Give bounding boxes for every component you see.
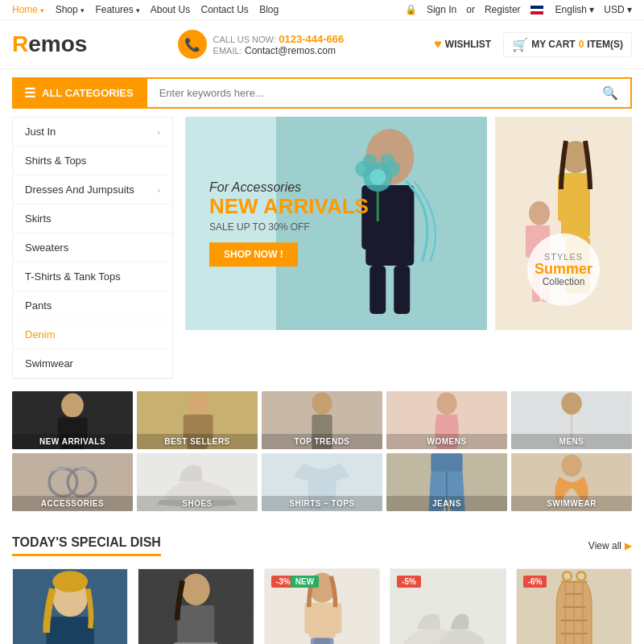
cart-icon: 🛒 [512, 37, 528, 52]
thumb-row-1: NEW ARRIVALS BEST SELLERS TOP TRENDS [12, 391, 632, 449]
sidebar-label: Skirts [25, 213, 52, 225]
banner-area: For Accessories NEW ARRIVALS SALE UP TO … [185, 117, 632, 330]
chevron-right-icon: › [157, 185, 160, 195]
nav-home[interactable]: Home ▾ [12, 4, 44, 15]
svg-point-35 [187, 392, 207, 415]
sidebar-item-dresses[interactable]: Dresses And Jumpsuits › [13, 175, 172, 204]
search-button[interactable]: 🔍 [590, 79, 630, 107]
thumb-label: TOP TRENDS [262, 434, 382, 449]
wishlist-label: WISHLIST [445, 39, 491, 50]
main-banner[interactable]: For Accessories NEW ARRIVALS SALE UP TO … [185, 117, 487, 330]
view-all-link[interactable]: View all ▶ [588, 540, 632, 551]
logo-rest: emos [28, 31, 87, 56]
category-shirts-tops[interactable]: SHIRTS – TOPS [262, 453, 382, 511]
heart-icon: ♥ [434, 37, 442, 52]
register-link[interactable]: Register [485, 4, 521, 15]
thumb-label: BEST SELLERS [137, 434, 258, 449]
banner-title: NEW ARRIVALS [209, 195, 369, 218]
thumb-label: JEANS [386, 496, 507, 511]
product-image: GREAT DEALS FOR FASHION [13, 569, 127, 644]
search-input[interactable] [147, 79, 590, 107]
category-thumbnails: NEW ARRIVALS BEST SELLERS TOP TRENDS [0, 379, 644, 523]
sidebar-item-pants[interactable]: Pants [13, 291, 172, 320]
all-categories-button[interactable]: ☰ ALL CATEGORIES [12, 77, 146, 109]
main-content: Just In › Shirts & Tops Dresses And Jump… [0, 117, 644, 379]
svg-point-43 [436, 392, 456, 415]
category-top-trends[interactable]: TOP TRENDS [262, 391, 382, 449]
summer-text: Summer [535, 262, 592, 276]
currency-selector[interactable]: USD ▾ [604, 4, 632, 15]
categories-label: ALL CATEGORIES [42, 87, 134, 99]
side-banner-content: STYLES Summer Collection [495, 233, 632, 306]
svg-rect-4 [402, 185, 414, 250]
sidebar-label: Denim [25, 328, 56, 341]
sidebar-item-just-in[interactable]: Just In › [13, 118, 172, 147]
sidebar-item-denim[interactable]: Denim [13, 320, 172, 349]
lock-icon: 🔒 [405, 4, 417, 15]
category-mens[interactable]: MENS [511, 391, 632, 449]
sidebar-item-swimwear[interactable]: Swimwear [13, 349, 172, 378]
nav-about[interactable]: About Us [151, 4, 190, 15]
call-number[interactable]: 0123-444-666 [279, 33, 344, 45]
svg-rect-88 [321, 638, 330, 644]
product-card-boudin[interactable]: Boudin Ando Bualo [138, 568, 254, 644]
product-card-great-deals[interactable]: GREAT DEALS FOR FASHION [12, 568, 128, 644]
svg-rect-85 [331, 603, 341, 634]
sidebar-label: Just In [25, 126, 56, 138]
cart-items-label: item(s) [587, 39, 623, 50]
language-selector[interactable]: English ▾ [555, 4, 595, 15]
top-nav: Home ▾ Shop ▾ Features ▾ About Us Contac… [12, 4, 287, 15]
category-womens[interactable]: WOMENS [386, 391, 507, 449]
sale-badge: -5% [397, 576, 421, 588]
category-accessories[interactable]: ACCESSORIES [12, 453, 133, 511]
svg-point-57 [561, 454, 581, 477]
hamburger-icon: ☰ [24, 85, 35, 101]
product-card-brisket[interactable]: -5% Brisket Alcatra Chuck [390, 568, 506, 644]
category-jeans[interactable]: JEANS [386, 453, 507, 511]
thumb-label: NEW ARRIVALS [12, 434, 133, 449]
nav-blog[interactable]: Blog [259, 4, 279, 15]
thumb-label: SWIMWEAR [511, 496, 632, 511]
category-best-sellers[interactable]: BEST SELLERS [137, 391, 258, 449]
collection-text: Collection [543, 276, 585, 287]
email-row: EMAIL: Contact@remos.com [213, 45, 345, 56]
side-banner[interactable]: STYLES Summer Collection [495, 117, 632, 330]
or-separator: or [466, 4, 475, 15]
svg-rect-54 [431, 453, 462, 472]
svg-point-45 [561, 392, 581, 415]
sidebar-item-tshirts[interactable]: T-Shirts & Tank Tops [13, 262, 172, 291]
sidebar-item-shirts-tops[interactable]: Shirts & Tops [13, 147, 172, 175]
product-card-ball-tip[interactable]: -3% NEW Ball Tip Corned Be [264, 568, 380, 644]
category-shoes[interactable]: SHOES [137, 453, 258, 511]
wishlist-button[interactable]: ♥ WISHLIST [434, 37, 491, 52]
thumb-label: SHOES [137, 496, 258, 511]
nav-contact[interactable]: Contact Us [200, 4, 248, 15]
sign-in-link[interactable]: Sign In [427, 4, 456, 15]
cart-button[interactable]: 🛒 MY CART 0 item(s) [503, 32, 632, 57]
category-new-arrivals[interactable]: NEW ARRIVALS [12, 391, 133, 449]
top-bar-right: 🔒 Sign In or Register English ▾ USD ▾ [405, 4, 632, 15]
special-section: TODAY'S SPECIAL DISH View all ▶ [0, 523, 644, 644]
thumb-label: SHIRTS – TOPS [262, 496, 382, 511]
product-card-aliquip[interactable]: -6% [516, 568, 632, 644]
nav-shop[interactable]: Shop ▾ [56, 4, 85, 15]
svg-point-40 [312, 392, 332, 415]
category-swimwear[interactable]: SWIMWEAR [511, 453, 632, 511]
sidebar-label: Shirts & Tops [25, 155, 86, 167]
chevron-right-icon: › [157, 127, 160, 137]
sidebar-item-skirts[interactable]: Skirts [13, 204, 172, 233]
top-bar: Home ▾ Shop ▾ Features ▾ About Us Contac… [0, 0, 644, 20]
banner-sale-text: SALE UP TO 30% OFF [209, 221, 369, 233]
header-contact: 📞 CALL US NOW: 0123-444-666 EMAIL: Conta… [178, 30, 345, 59]
svg-point-12 [380, 154, 394, 168]
svg-point-11 [362, 154, 377, 168]
shop-now-button[interactable]: SHOP NOW ! [209, 242, 298, 266]
site-logo[interactable]: Remos [12, 31, 87, 57]
cart-label: MY CART [531, 39, 575, 50]
svg-point-28 [61, 394, 84, 418]
sidebar-label: Swimwear [25, 357, 73, 369]
nav-features[interactable]: Features ▾ [95, 4, 140, 15]
svg-point-66 [52, 571, 88, 592]
section-header: TODAY'S SPECIAL DISH View all ▶ [12, 535, 632, 556]
sidebar-item-sweaters[interactable]: Sweaters [13, 233, 172, 262]
